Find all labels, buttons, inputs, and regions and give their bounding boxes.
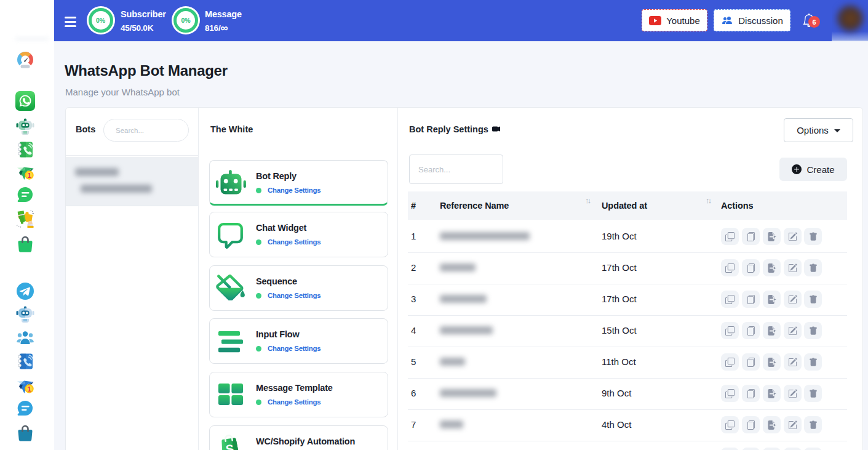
svg-text:1: 1 <box>27 172 31 179</box>
svg-text:1: 1 <box>27 385 31 393</box>
